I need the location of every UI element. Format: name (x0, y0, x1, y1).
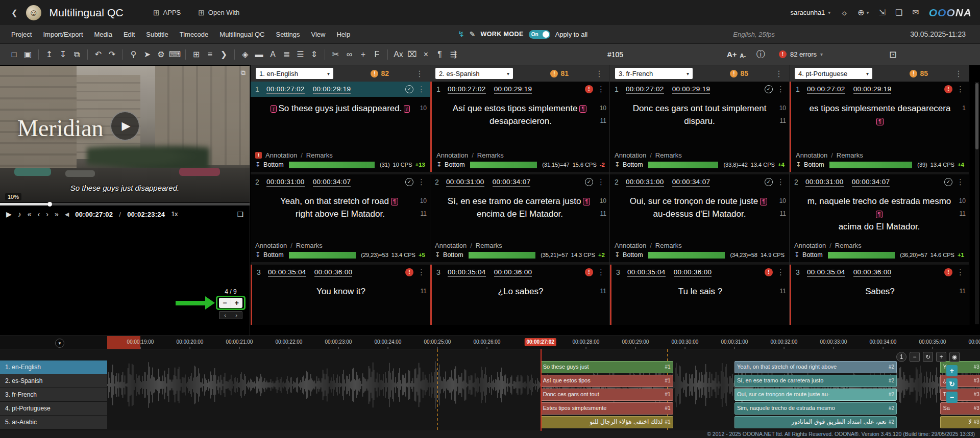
annotation-link[interactable]: Annotation (796, 151, 827, 159)
volume-icon[interactable]: ♪ (18, 210, 21, 218)
subtitle-card[interactable]: 300:00:35:0400:00:36:00!⋮Sabes?11 (790, 265, 969, 325)
status-error-icon[interactable]: ! (405, 268, 413, 276)
fullscreen-icon[interactable]: ❏ (895, 8, 902, 17)
remove-track-icon[interactable]: − (946, 392, 958, 403)
subtitle-block[interactable]: Sa#3 (940, 402, 980, 415)
subtitle-card[interactable]: 200:00:31:0000:00:34:07✓⋮Sí, en ese tram… (430, 174, 609, 262)
timecode-in[interactable]: 00:00:27:02 (807, 85, 845, 94)
timecode-in[interactable]: 00:00:35:04 (448, 268, 486, 277)
pager-next-button[interactable]: › (231, 312, 242, 319)
timeline-track-label-4[interactable]: 4. pt-Portuguese (0, 402, 107, 415)
timecode-out[interactable]: 00:00:36:00 (853, 268, 892, 277)
subtitle-text[interactable]: m, naquele trecho de estrada mesmo¶acima… (804, 195, 954, 233)
menu-item-edit[interactable]: Edit (118, 25, 140, 44)
error-count-badge[interactable]: !85 (730, 69, 748, 78)
language-select[interactable]: 2. es-Spanish▾ (435, 68, 513, 79)
column-menu-icon[interactable]: ⋮ (415, 69, 424, 79)
clear-format-icon[interactable]: Ax (391, 47, 405, 62)
annotation-link[interactable]: Annotation (255, 242, 287, 249)
status-ok-icon[interactable]: ✓ (405, 178, 413, 186)
timecode-in[interactable]: 00:00:27:02 (626, 85, 664, 94)
status-error-icon[interactable]: ! (944, 268, 952, 276)
subtitle-text[interactable]: Sí, en ese tramo de carretera justo¶enci… (445, 195, 595, 220)
font-decrease-button[interactable]: A- (740, 53, 746, 59)
timecode-in[interactable]: 00:00:35:04 (268, 268, 306, 277)
timecode-in[interactable]: 00:00:31:00 (446, 178, 484, 187)
keyboard-icon[interactable]: ⌨ (168, 47, 182, 62)
error-count-badge[interactable]: !85 (910, 69, 928, 78)
card-menu-icon[interactable]: ⋮ (418, 85, 425, 94)
jump-start-button[interactable]: « (28, 210, 32, 218)
subtitle-card[interactable]: 300:00:35:0400:00:36:00!⋮You know it?11 (251, 265, 430, 325)
user-menu[interactable]: saracunha1 ▾ (790, 9, 830, 16)
timecode-out[interactable]: 00:00:29:19 (494, 85, 532, 94)
timecode-in[interactable]: 00:00:31:00 (805, 178, 844, 187)
timecode-out[interactable]: 00:00:34:07 (493, 178, 531, 187)
subtitle-text[interactable]: ¿Lo sabes? (446, 285, 595, 298)
card-menu-icon[interactable]: ⋮ (957, 85, 964, 94)
video-fullscreen-icon[interactable]: ❏ (237, 210, 243, 218)
refresh-track-icon[interactable]: ↻ (946, 378, 958, 390)
remarks-link[interactable]: Remarks (296, 242, 323, 249)
annotation-link[interactable]: Annotation (265, 151, 297, 159)
connector-icon[interactable]: ↯ (458, 30, 464, 39)
zoom-out-button[interactable]: − (219, 298, 231, 308)
annotation-link[interactable]: Annotation (435, 242, 467, 249)
back-icon[interactable]: ❮ (11, 8, 18, 17)
search-icon[interactable]: ⚲ (127, 47, 140, 62)
timecode-in[interactable]: 00:00:31:00 (266, 178, 305, 187)
video-progress-bar[interactable] (0, 203, 250, 205)
font-icon[interactable]: A (266, 47, 280, 62)
layers-icon[interactable]: ◈ (238, 47, 252, 62)
menu-item-view[interactable]: View (305, 25, 331, 44)
language-globe-menu[interactable]: ⊕ ▾ (857, 8, 869, 17)
timecode-in[interactable]: 00:00:35:04 (627, 268, 666, 277)
subtitle-text[interactable]: iSo these guys just disappeared.i (265, 102, 415, 115)
layout-grid-icon[interactable]: ⊡ (889, 49, 897, 60)
subtitle-text[interactable]: You know it? (266, 285, 415, 298)
remarks-link[interactable]: Remarks (476, 242, 502, 249)
visibility-icon[interactable]: ◉ (949, 352, 960, 362)
card-menu-icon[interactable]: ⋮ (777, 85, 785, 94)
video-player[interactable]: Meridian ▶ ⧉ So these guys just disappea… (0, 66, 250, 202)
timecode-out[interactable]: 00:00:34:07 (672, 178, 710, 187)
timecode-out[interactable]: 00:00:36:00 (494, 268, 532, 277)
rows-icon[interactable]: ≡ (203, 47, 217, 62)
annotation-link[interactable]: Annotation (794, 242, 826, 249)
card-menu-icon[interactable]: ⋮ (957, 177, 964, 187)
subtitle-text[interactable]: Sabes? (805, 285, 954, 298)
card-menu-icon[interactable]: ⋮ (418, 268, 425, 277)
italic-icon[interactable]: F (370, 47, 384, 62)
expand-icon[interactable]: ❯ (217, 47, 231, 62)
timecode-out[interactable]: 00:00:29:19 (853, 85, 892, 94)
timeline-track-label-3[interactable]: 3. fr-French (0, 388, 107, 401)
subtitle-card[interactable]: 100:00:27:0200:00:29:19✓⋮Donc ces gars o… (610, 82, 789, 172)
menu-item-subtitle[interactable]: Subtitle (140, 25, 174, 44)
status-error-icon[interactable]: ! (944, 85, 952, 93)
subtitle-text[interactable]: Tu le sais ? (626, 285, 775, 298)
status-error-icon[interactable]: ! (585, 268, 593, 276)
menu-item-project[interactable]: Project (6, 25, 37, 44)
subtitle-block[interactable]: نعم، على امتداد الطريق فوق الماتادور#2 (734, 416, 897, 428)
playhead-line[interactable] (541, 349, 542, 431)
menu-item-timecode[interactable]: Timecode (174, 25, 214, 44)
save-icon[interactable]: ▣ (21, 47, 35, 62)
timeline-track-area[interactable]: So these guys just#1Yeah, on that stretc… (107, 349, 980, 431)
lightbulb-icon[interactable]: ☼ (840, 8, 848, 17)
subtitle-block[interactable]: Sí, en ese tramo de carretera justo#2 (734, 375, 897, 387)
timeline-track-label-5[interactable]: 5. ar-Arabic (0, 416, 107, 429)
timecode-in[interactable]: 00:00:27:02 (448, 85, 486, 94)
card-menu-icon[interactable]: ⋮ (957, 268, 964, 277)
zoom-out-icon[interactable]: − (910, 352, 920, 362)
remarks-link[interactable]: Remarks (655, 242, 682, 249)
previous-frame-button[interactable]: ‹ (38, 210, 40, 218)
delete-icon[interactable]: ⌧ (405, 47, 419, 62)
menu-item-import-export[interactable]: Import/Export (37, 25, 88, 44)
language-select[interactable]: 1. en-English▾ (256, 68, 333, 79)
selection-count-badge[interactable]: 1 (896, 352, 906, 362)
menu-item-media[interactable]: Media (89, 25, 118, 44)
subtitle-text[interactable]: es tipos simplesmente desaparecera¶ (805, 102, 954, 127)
column-menu-icon[interactable]: ⋮ (954, 69, 963, 79)
status-ok-icon[interactable]: ✓ (585, 178, 593, 186)
remarks-link[interactable]: Remarks (477, 151, 504, 159)
